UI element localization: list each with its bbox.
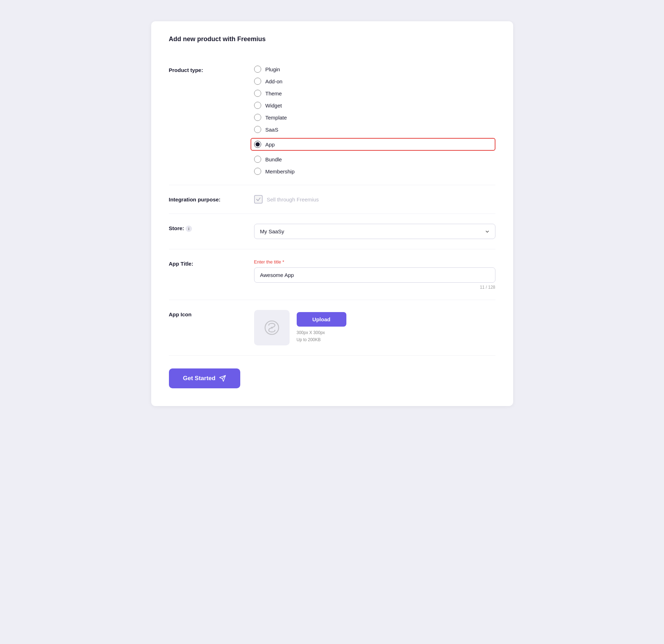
store-label-text: Store: (169, 225, 186, 231)
send-icon (219, 375, 226, 382)
store-content: My SaaSy (254, 224, 495, 239)
store-select[interactable]: My SaaSy (254, 224, 495, 239)
radio-addon[interactable]: Add-on (254, 78, 495, 85)
app-title-input[interactable] (254, 267, 495, 283)
app-title-row: App Title: Enter the title * 11 / 128 (169, 249, 495, 300)
upload-button[interactable]: Upload (297, 312, 346, 327)
sell-through-checkbox-item: Sell through Freemius (254, 195, 495, 204)
app-title-label: App Title: (169, 259, 254, 267)
radio-template-input[interactable] (254, 114, 261, 121)
main-card: Add new product with Freemius Product ty… (151, 21, 513, 406)
radio-bundle-input[interactable] (254, 156, 261, 163)
integration-purpose-label: Integration purpose: (169, 195, 254, 202)
store-row: Store: i My SaaSy (169, 214, 495, 249)
upload-section: Upload 300px X 300px Up to 200KB (297, 312, 346, 343)
icon-placeholder-icon (263, 318, 281, 337)
store-info-badge[interactable]: i (186, 226, 192, 232)
footer-row: Get Started (169, 368, 495, 388)
integration-option-label: Sell through Freemius (267, 196, 319, 202)
radio-app-label: App (265, 141, 275, 148)
radio-app-input[interactable] (254, 141, 261, 148)
title-field-sublabel-text: Enter the title (254, 259, 281, 265)
radio-group: Plugin Add-on Theme Widget Template (254, 66, 495, 175)
radio-saas-label: SaaS (265, 127, 279, 133)
svg-point-1 (271, 327, 273, 328)
app-icon-content: Upload 300px X 300px Up to 200KB (254, 310, 495, 345)
radio-addon-input[interactable] (254, 78, 261, 85)
radio-widget[interactable]: Widget (254, 102, 495, 109)
product-type-row: Product type: Plugin Add-on Theme Wid (169, 56, 495, 185)
radio-widget-input[interactable] (254, 102, 261, 109)
upload-hint-line2: Up to 200KB (297, 337, 321, 342)
radio-widget-label: Widget (265, 102, 282, 109)
radio-membership[interactable]: Membership (254, 168, 495, 175)
get-started-label: Get Started (183, 375, 216, 382)
radio-addon-label: Add-on (265, 78, 282, 84)
radio-saas[interactable]: SaaS (254, 126, 495, 133)
radio-theme-label: Theme (265, 90, 282, 96)
upload-hint-line1: 300px X 300px (297, 330, 325, 335)
integration-purpose-row: Integration purpose: Sell through Freemi… (169, 185, 495, 214)
app-icon-label: App Icon (169, 310, 254, 317)
product-type-label: Product type: (169, 66, 254, 73)
radio-plugin-label: Plugin (265, 66, 280, 72)
checkbox-icon (254, 195, 263, 204)
product-type-options: Plugin Add-on Theme Widget Template (254, 66, 495, 175)
title-field-sublabel: Enter the title * (254, 259, 495, 265)
app-icon-row: App Icon Upload 300px X 300px Up to 200K… (169, 300, 495, 356)
required-marker: * (281, 259, 284, 265)
icon-preview (254, 310, 290, 345)
radio-theme-input[interactable] (254, 90, 261, 97)
radio-app[interactable]: App (251, 138, 495, 151)
radio-membership-label: Membership (265, 168, 295, 174)
radio-template-label: Template (265, 115, 287, 121)
char-count: 11 / 128 (254, 285, 495, 290)
upload-hint: 300px X 300px Up to 200KB (297, 329, 346, 343)
app-title-content: Enter the title * 11 / 128 (254, 259, 495, 290)
radio-template[interactable]: Template (254, 114, 495, 121)
radio-theme[interactable]: Theme (254, 90, 495, 97)
radio-membership-input[interactable] (254, 168, 261, 175)
integration-purpose-content: Sell through Freemius (254, 195, 495, 204)
page-title: Add new product with Freemius (169, 35, 495, 43)
radio-plugin-input[interactable] (254, 66, 261, 73)
checkmark-icon (256, 197, 261, 202)
radio-plugin[interactable]: Plugin (254, 66, 495, 73)
radio-bundle-label: Bundle (265, 156, 282, 162)
radio-bundle[interactable]: Bundle (254, 156, 495, 163)
icon-upload-area: Upload 300px X 300px Up to 200KB (254, 310, 495, 345)
get-started-button[interactable]: Get Started (169, 368, 241, 388)
store-label-wrap: Store: i (169, 224, 254, 232)
radio-saas-input[interactable] (254, 126, 261, 133)
